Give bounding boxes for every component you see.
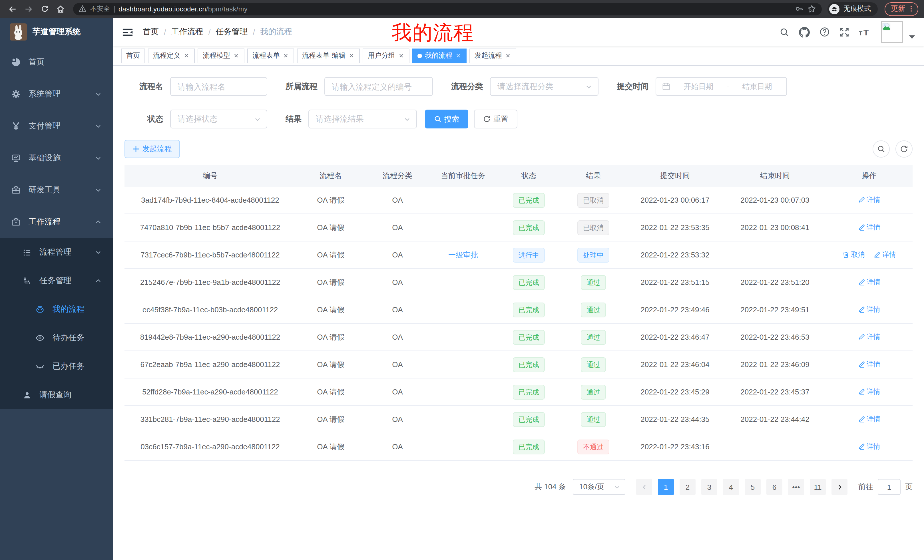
search-button[interactable]: 搜索 [425,109,468,129]
cell-category: OA [366,415,429,424]
cell-submit-time: 2022-01-22 23:53:32 [626,251,724,259]
status-select[interactable]: 请选择状态 [170,109,267,129]
detail-link[interactable]: 详情 [858,277,880,287]
edit-icon [858,334,865,340]
detail-link[interactable]: 详情 [858,195,880,205]
sidebar-item-todo-tasks[interactable]: 待办任务 [0,324,113,352]
table-refresh-icon[interactable] [896,141,913,157]
search-icon[interactable] [780,27,789,37]
page-number-button[interactable]: 11 [810,479,826,495]
cancel-link[interactable]: 取消 [842,250,865,260]
table-search-icon[interactable] [873,141,890,157]
cell-process-name: OA 请假 [296,277,366,287]
key-icon[interactable] [795,4,804,13]
close-icon[interactable] [183,52,190,59]
page-number-button[interactable]: 6 [766,479,782,495]
avatar-caret-icon[interactable] [909,35,915,39]
pager: 1 2 3 4 5 6 •• [633,479,850,495]
fullscreen-icon[interactable] [840,27,849,37]
home-icon[interactable] [54,2,68,16]
browser-menu-icon[interactable] [910,5,912,13]
result-select[interactable]: 请选择流结果 [308,109,417,129]
sidebar-item-home[interactable]: 首页 [0,46,113,78]
back-icon[interactable] [6,2,20,16]
reset-button[interactable]: 重置 [474,109,518,129]
sidebar-item-done-tasks[interactable]: 已办任务 [0,352,113,381]
cell-category: OA [366,333,429,341]
page-number-button[interactable]: 2 [680,479,696,495]
sidebar-item-my-processes[interactable]: 我的流程 [0,295,113,324]
breadcrumb-workflow[interactable]: 工作流程 [171,27,203,37]
github-icon[interactable] [799,27,810,37]
close-icon[interactable] [233,52,239,59]
star-icon[interactable] [807,4,816,13]
page-number-button[interactable]: 3 [701,479,717,495]
close-icon[interactable] [348,52,355,59]
reload-icon[interactable] [38,2,51,16]
close-icon[interactable] [455,52,461,59]
forward-icon[interactable] [22,2,35,16]
cell-process-id: 52ffd28e-7b9a-11ec-a290-acde48001122 [124,388,296,396]
tag-tab[interactable]: 流程定义 [148,48,195,63]
process-definition-input[interactable] [324,77,433,96]
address-bar[interactable]: 不安全 dashboard.yudao.iocoder.cn/bpm/task/… [73,3,822,15]
page-number-button[interactable]: 4 [723,479,739,495]
close-icon[interactable] [505,52,511,59]
detail-link[interactable]: 详情 [858,387,880,397]
sidebar-item-devtools[interactable]: 研发工具 [0,174,113,206]
sidebar-item-task-mgmt[interactable]: 任务管理 [0,267,113,295]
next-page-icon[interactable] [831,479,848,495]
yen-icon [11,121,21,131]
cell-end-time: 2022-01-22 23:46:53 [724,333,826,341]
edit-icon [858,197,865,204]
tag-tab[interactable]: 流程表单 [247,48,294,63]
detail-link[interactable]: 详情 [858,442,880,452]
jump-page-input[interactable] [878,479,901,495]
detail-link[interactable]: 详情 [858,332,880,342]
sidebar-item-workflow[interactable]: 工作流程 [0,206,113,238]
page-size-select[interactable]: 10条/页 [573,479,626,495]
process-category-select[interactable]: 请选择流程分类 [490,77,598,96]
sidebar-item-label: 基础设施 [28,153,60,163]
status-badge: 已完成 [513,357,545,372]
update-button[interactable]: 更新 [885,2,918,16]
tag-tab[interactable]: 流程表单-编辑 [297,48,360,63]
close-icon[interactable] [283,52,289,59]
page-number-button[interactable]: 1 [658,479,674,495]
detail-link[interactable]: 详情 [874,250,896,260]
current-task-link[interactable]: 一级审批 [448,250,478,259]
sidebar-item-infra[interactable]: 基础设施 [0,142,113,174]
prev-page-icon[interactable] [636,479,652,495]
jump-prefix-label: 前往 [858,482,873,492]
result-badge: 通过 [581,275,606,290]
tag-tab[interactable]: 首页 [121,48,145,63]
url-text: dashboard.yudao.iocoder.cn/bpm/task/my [118,5,248,13]
page-number-button[interactable]: ••• [788,479,804,495]
sidebar-item-process-mgmt[interactable]: 流程管理 [0,238,113,267]
edit-icon [858,224,865,231]
tag-tab[interactable]: 发起流程 [470,48,516,63]
launch-process-button[interactable]: 发起流程 [124,140,180,158]
help-icon[interactable] [819,27,830,37]
avatar[interactable] [881,21,903,43]
close-icon[interactable] [398,52,404,59]
workflow-submenu: 流程管理 任务管理 我的流程 [0,238,113,409]
detail-link[interactable]: 详情 [858,223,880,232]
breadcrumb-task-mgmt[interactable]: 任务管理 [216,27,248,37]
sidebar-item-system[interactable]: 系统管理 [0,78,113,110]
breadcrumb-separator: / [164,27,166,36]
sidebar-item-payment[interactable]: 支付管理 [0,110,113,142]
sidebar-collapse-icon[interactable] [122,27,133,37]
font-size-icon[interactable]: TT [859,27,872,37]
detail-link[interactable]: 详情 [858,359,880,369]
breadcrumb-home[interactable]: 首页 [143,27,159,37]
tag-tab[interactable]: 用户分组 [363,48,410,63]
page-number-button[interactable]: 5 [745,479,760,495]
detail-link[interactable]: 详情 [858,305,880,314]
tag-tab[interactable]: 流程模型 [198,48,244,63]
sidebar-item-leave-query[interactable]: 请假查询 [0,381,113,409]
detail-link[interactable]: 详情 [858,415,880,424]
process-name-input[interactable] [170,77,267,96]
tag-tab[interactable]: 我的流程 [412,48,466,63]
submit-time-range-picker[interactable]: 开始日期 - 结束日期 [656,77,787,96]
